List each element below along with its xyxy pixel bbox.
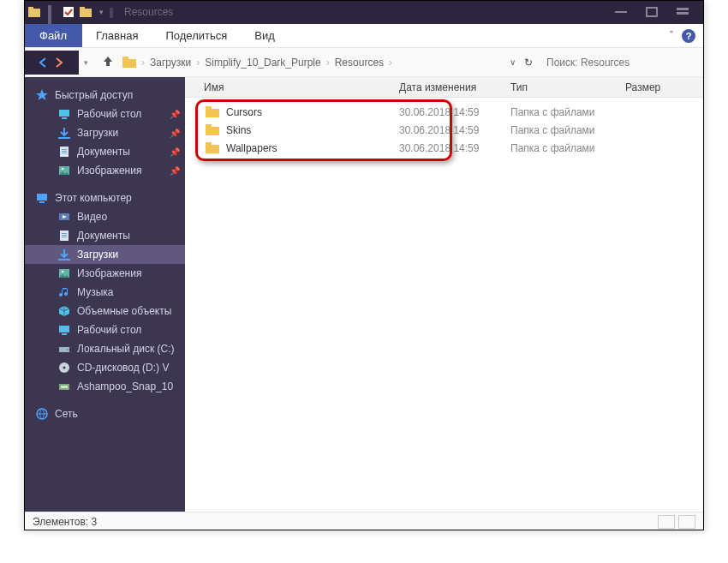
file-name: Skins — [226, 124, 251, 136]
sidebar-item-label: Изображения — [77, 165, 141, 177]
sidebar-item[interactable]: Загрузки — [24, 245, 185, 264]
sidebar-item[interactable]: Документы — [24, 226, 185, 245]
column-header-type[interactable]: Тип — [510, 81, 625, 93]
svg-rect-13 — [62, 117, 67, 119]
history-dropdown-icon[interactable]: ▾ — [84, 58, 88, 67]
sidebar-item-label: Документы — [77, 146, 130, 158]
sidebar-item[interactable]: Изображения — [24, 264, 185, 283]
svg-rect-21 — [37, 194, 47, 201]
folder-icon — [122, 57, 136, 68]
new-folder-icon[interactable] — [79, 5, 92, 19]
properties-icon[interactable] — [62, 5, 75, 19]
quick-access-header[interactable]: Быстрый доступ — [24, 86, 185, 105]
close-button[interactable] — [677, 7, 692, 17]
folder-row[interactable]: Cursors30.06.2018 14:59Папка с файлами — [185, 103, 704, 121]
sidebar-item[interactable]: Загрузки📌 — [24, 123, 185, 142]
chevron-right-icon[interactable]: › — [141, 57, 145, 69]
sidebar-item[interactable]: Видео — [24, 207, 185, 226]
separator: ‖ — [109, 6, 114, 18]
quick-access-label: Быстрый доступ — [55, 89, 133, 101]
minimize-button[interactable] — [615, 7, 630, 17]
video-icon — [58, 211, 70, 223]
customize-qa-icon[interactable]: ▾ — [99, 8, 104, 16]
svg-rect-9 — [677, 12, 689, 15]
window-controls — [615, 7, 692, 17]
sidebar-item[interactable]: CD-дисковод (D:) V — [24, 358, 185, 377]
help-button[interactable]: ? — [682, 29, 695, 43]
sidebar-item-label: Загрузки — [77, 249, 118, 261]
svg-rect-3 — [63, 7, 74, 17]
ribbon-expand-icon[interactable]: ˇ — [670, 30, 673, 42]
sidebar-item[interactable]: Объемные объекты — [24, 302, 185, 320]
network-header[interactable]: Сеть — [24, 404, 185, 423]
sidebar-item[interactable]: Рабочий стол📌 — [24, 105, 185, 123]
tab-home[interactable]: Главная — [82, 24, 152, 47]
svg-rect-18 — [62, 153, 67, 153]
explorer-window: ▾ ‖ Resources Файл Главная Поделиться Ви… — [24, 0, 704, 530]
svg-point-20 — [62, 168, 64, 171]
folder-row[interactable]: Skins30.06.2018 14:59Папка с файлами — [185, 121, 704, 139]
network-icon — [36, 408, 48, 420]
file-type: Папка с файлами — [510, 142, 625, 154]
document-icon — [58, 146, 70, 158]
breadcrumb-item[interactable]: Загрузки — [150, 57, 191, 69]
sidebar-item-label: Видео — [77, 211, 107, 223]
breadcrumb-item[interactable]: Resources — [335, 57, 384, 69]
sidebar-item-label: Рабочий стол — [77, 324, 141, 336]
navigation-pane[interactable]: Быстрый доступ Рабочий стол📌Загрузки📌Док… — [24, 77, 185, 512]
column-header-date[interactable]: Дата изменения — [399, 81, 510, 93]
breadcrumb-item[interactable]: Simplify_10_Dark_Purple — [205, 57, 320, 69]
up-button[interactable] — [102, 55, 114, 69]
title-bar[interactable]: ▾ ‖ Resources — [24, 0, 704, 24]
folder-icon — [206, 124, 219, 135]
sidebar-item[interactable]: Документы📌 — [24, 142, 185, 161]
pc-icon — [36, 192, 48, 204]
folder-row[interactable]: Wallpapers30.06.2018 14:59Папка с файлам… — [185, 139, 704, 157]
refresh-button[interactable]: ↻ — [524, 57, 533, 69]
sidebar-item[interactable]: Рабочий стол — [24, 320, 185, 339]
chevron-right-icon[interactable]: › — [326, 57, 330, 69]
svg-rect-32 — [62, 333, 67, 335]
download-icon — [58, 249, 70, 261]
sidebar-item[interactable]: Изображения📌 — [24, 161, 185, 180]
back-button[interactable] — [38, 57, 50, 69]
this-pc-header[interactable]: Этот компьютер — [24, 189, 185, 207]
svg-rect-6 — [615, 11, 627, 13]
forward-button[interactable] — [53, 57, 65, 69]
svg-rect-16 — [62, 149, 67, 150]
download-icon — [58, 127, 70, 139]
file-tab[interactable]: Файл — [24, 24, 82, 47]
sidebar-item[interactable]: Музыка — [24, 283, 185, 302]
chevron-right-icon[interactable]: › — [196, 57, 200, 69]
cd-icon — [58, 362, 70, 374]
sidebar-item[interactable]: Ashampoo_Snap_10 — [24, 377, 185, 396]
maximize-button[interactable] — [646, 7, 661, 17]
svg-rect-14 — [58, 137, 70, 139]
folder-icon — [206, 106, 219, 117]
tab-view[interactable]: Вид — [241, 24, 289, 47]
file-name: Wallpapers — [226, 142, 277, 154]
column-header-size[interactable]: Размер — [625, 81, 694, 93]
body: Быстрый доступ Рабочий стол📌Загрузки📌Док… — [24, 77, 704, 512]
file-list[interactable]: Cursors30.06.2018 14:59Папка с файламиSk… — [185, 98, 704, 512]
address-bar[interactable]: › Загрузки › Simplify_10_Dark_Purple › R… — [122, 57, 392, 69]
svg-rect-22 — [39, 201, 45, 203]
sidebar-item-label: CD-дисковод (D:) V — [77, 362, 169, 374]
search-input[interactable] — [541, 53, 695, 72]
details-view-button[interactable] — [658, 515, 675, 529]
column-header-name[interactable]: Имя — [185, 81, 399, 93]
pin-icon: 📌 — [170, 129, 180, 138]
svg-rect-11 — [122, 57, 128, 61]
sidebar-item-label: Загрузки — [77, 127, 118, 139]
chevron-right-icon[interactable]: › — [389, 57, 392, 69]
svg-point-34 — [67, 349, 69, 350]
tab-share[interactable]: Поделиться — [152, 24, 241, 47]
ribbon-bar: Файл Главная Поделиться Вид ˇ ? — [24, 24, 704, 48]
folder-icon — [27, 5, 41, 19]
content-area: Имя Дата изменения Тип Размер Cursors30.… — [185, 77, 704, 512]
address-dropdown-icon[interactable]: ∨ — [510, 57, 516, 67]
thumbnails-view-button[interactable] — [678, 515, 695, 529]
sidebar-item-label: Документы — [77, 230, 130, 242]
sidebar-item[interactable]: Локальный диск (C:) — [24, 339, 185, 358]
network-label: Сеть — [55, 408, 78, 420]
